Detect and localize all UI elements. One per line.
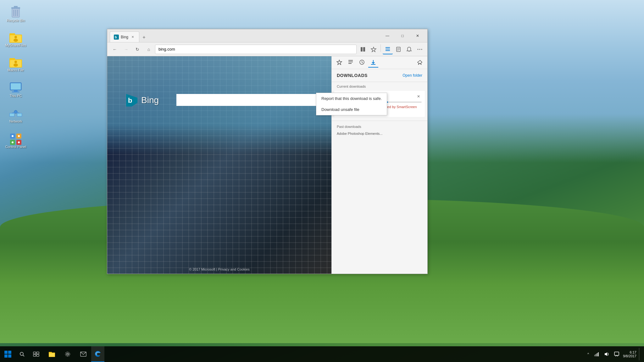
svg-rect-37 [361, 47, 363, 52]
network-icon-taskbar[interactable] [593, 351, 600, 357]
bing-copyright: © 2017 Microsoft | Privacy and Cookies [189, 267, 250, 271]
desktop-icon-my-share-files[interactable]: MyShareFiles [3, 30, 28, 49]
tab-close-button[interactable]: ✕ [130, 35, 135, 40]
svg-rect-17 [11, 83, 21, 90]
svg-point-49 [419, 49, 420, 50]
svg-point-14 [14, 61, 17, 63]
svg-rect-79 [597, 353, 598, 356]
edge-icon [94, 350, 101, 357]
reading-list-panel-icon[interactable] [346, 58, 356, 68]
notifications-icon[interactable] [404, 44, 414, 54]
svg-rect-69 [36, 354, 39, 356]
mail-button[interactable] [75, 346, 91, 362]
search-icon [19, 351, 25, 357]
forward-button[interactable]: → [121, 44, 131, 54]
svg-rect-38 [363, 47, 365, 52]
svg-rect-80 [598, 352, 599, 356]
context-menu-item-download-unsafe[interactable]: Download unsafe file [316, 104, 387, 115]
browser-tab-bing[interactable]: b Bing ✕ [110, 31, 139, 42]
show-desktop-button[interactable] [639, 348, 641, 360]
favorites-icon[interactable] [369, 44, 379, 54]
svg-rect-76 [594, 355, 595, 356]
more-icon[interactable] [415, 44, 425, 54]
favorites-panel-icon[interactable] [334, 58, 344, 68]
svg-rect-47 [408, 51, 410, 52]
svg-rect-66 [33, 352, 36, 354]
new-tab-button[interactable]: + [139, 33, 149, 42]
hub-icon[interactable] [383, 44, 393, 54]
svg-rect-68 [33, 354, 36, 356]
svg-text:b: b [128, 96, 132, 104]
close-button[interactable]: ✕ [410, 31, 425, 41]
svg-line-25 [12, 112, 15, 113]
downloads-panel-icon[interactable] [368, 58, 378, 68]
url-input[interactable]: bing.com [155, 45, 357, 54]
svg-point-10 [14, 39, 18, 42]
desktop-icon-recycle-bin[interactable]: Recycle Bin [3, 3, 28, 24]
history-panel-icon[interactable] [357, 58, 367, 68]
start-button[interactable] [0, 346, 16, 362]
open-folder-button[interactable]: Open folder [402, 73, 422, 78]
taskbar-clock[interactable]: 6:17 9/8/2017 [623, 350, 636, 358]
task-view-icon [33, 351, 39, 357]
svg-rect-55 [348, 62, 353, 62]
svg-rect-41 [386, 49, 390, 49]
title-bar: b Bing ✕ + — □ ✕ [107, 29, 427, 42]
desktop-icon-macro-file[interactable]: Macro File [3, 55, 28, 74]
network-icon [9, 107, 22, 119]
url-text: bing.com [158, 47, 175, 52]
svg-point-34 [18, 141, 20, 143]
home-button[interactable]: ⌂ [144, 44, 154, 54]
downloads-header: DOWNLOADS Open folder [332, 69, 427, 82]
control-panel-label: Control Panel [5, 145, 26, 149]
action-center-taskbar-icon [614, 352, 619, 357]
tab-title: Bing [121, 35, 128, 39]
bing-background: b Bing © 2017 Microsoft | Privacy and Co… [107, 56, 331, 274]
svg-point-74 [65, 352, 70, 356]
volume-icon[interactable] [603, 351, 610, 357]
back-button[interactable]: ← [110, 44, 120, 54]
minimize-button[interactable]: — [380, 31, 395, 41]
edge-button[interactable] [91, 346, 104, 362]
download-close-button[interactable]: ✕ [415, 93, 422, 100]
bing-logo: b Bing [126, 94, 159, 107]
file-explorer-button[interactable] [44, 346, 60, 362]
desktop-icon-this-pc[interactable]: This PC [3, 80, 28, 100]
downloads-panel: DOWNLOADS Open folder Current downloads … [331, 56, 427, 274]
action-center-icon[interactable] [613, 351, 620, 357]
mail-icon [80, 351, 86, 357]
task-view-button[interactable] [28, 346, 44, 362]
svg-rect-56 [348, 63, 352, 64]
browser-window: b Bing ✕ + — □ ✕ ← → ↻ ⌂ bin [107, 29, 428, 274]
svg-rect-21 [10, 113, 14, 116]
recycle-bin-label: Recycle Bin [7, 19, 25, 23]
reading-view-icon[interactable] [358, 44, 368, 54]
panel-pin-icon[interactable] [415, 58, 425, 68]
taskbar-time: 6:17 [623, 350, 636, 354]
svg-rect-60 [4, 351, 8, 354]
settings-button[interactable] [60, 346, 75, 362]
svg-rect-62 [4, 354, 8, 358]
web-notes-icon[interactable] [393, 44, 403, 54]
svg-rect-63 [8, 354, 11, 358]
bing-search-bar[interactable] [176, 94, 322, 106]
svg-rect-23 [17, 113, 22, 116]
toolbar-icons [358, 44, 425, 54]
svg-rect-82 [614, 352, 619, 355]
context-menu-item-report-safe[interactable]: Report that this download is safe. [316, 93, 387, 104]
show-hidden-icons[interactable]: ^ [586, 352, 590, 357]
svg-rect-61 [8, 351, 11, 354]
svg-point-31 [12, 135, 14, 137]
network-label: Network [9, 119, 22, 123]
desktop-icon-network[interactable]: Network [3, 106, 28, 125]
taskbar: ^ [0, 346, 644, 362]
start-icon [4, 350, 12, 358]
taskbar-search-button[interactable] [16, 346, 28, 362]
control-panel-icon [9, 133, 22, 145]
svg-point-73 [67, 353, 69, 355]
desktop-icon-control-panel[interactable]: Control Panel [3, 131, 28, 151]
downloads-title: DOWNLOADS [337, 73, 402, 78]
refresh-button[interactable]: ↻ [132, 44, 142, 54]
maximize-button[interactable]: □ [395, 31, 410, 41]
this-pc-label: This PC [9, 94, 22, 98]
